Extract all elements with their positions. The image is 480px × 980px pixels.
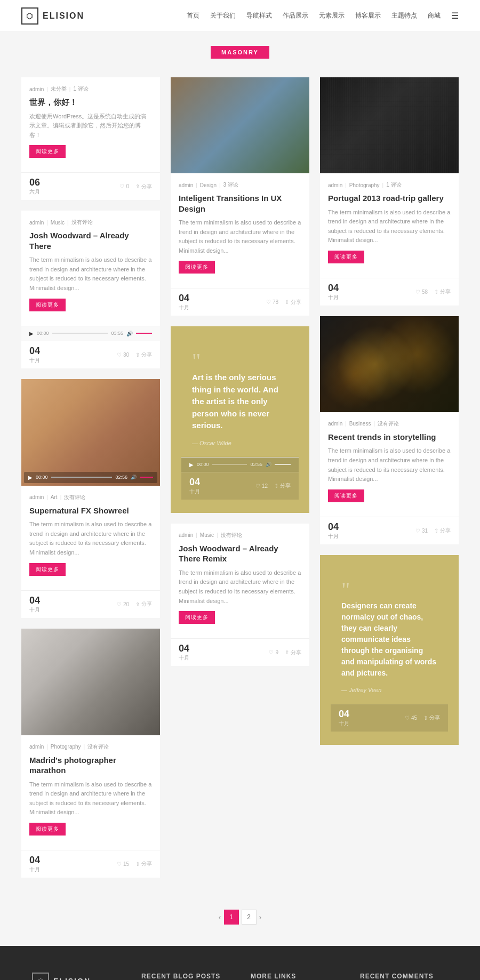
nav-blog[interactable]: 博客展示 (355, 11, 381, 20)
card-josh-remix-readmore[interactable]: 阅读更多 (179, 611, 215, 624)
card-ux-actions: ♡ 78 ⇧ 分享 (266, 299, 301, 306)
nav-features[interactable]: 主题特点 (391, 11, 417, 20)
quote-author-jeffrey: — Jeffrey Veen (341, 687, 437, 693)
card-portugal-image (320, 77, 459, 173)
card-portugal-title: Portugal 2013 road-trip gallery (328, 193, 451, 204)
card-ux-title: Inteligent Transitions In UX Design (179, 193, 301, 214)
nav-about[interactable]: 关于我们 (210, 11, 236, 20)
card-josh-readmore[interactable]: 阅读更多 (29, 299, 66, 311)
card-portugal-actions: ♡ 58 ⇧ 分享 (415, 288, 451, 295)
card-josh-remix-text: The term minimalism is also used to desc… (179, 568, 301, 606)
card-hello-world-inner: admin | 未分类 | 1 评论 世界，你好！ 欢迎使用WordPress。… (21, 77, 160, 172)
card-ux-image (171, 77, 309, 173)
card-marathon-inner: admin | Photography | 没有评论 Madrid's phot… (21, 735, 160, 850)
footer-recent-comments: RECENT COMMENTS WordPress先生发表在《世界，你好！》 S… (360, 973, 448, 980)
hamburger-icon[interactable]: ☰ (451, 11, 459, 21)
card-quote-jeffrey: " Designers can create normalcy out of c… (320, 555, 459, 745)
nav-shop[interactable]: 商城 (428, 11, 441, 20)
card-ux-meta: admin | Design | 3 评论 (179, 181, 301, 189)
card-marathon-footer: 04 十月 ♡ 15 ⇧ 分享 (21, 850, 160, 878)
audio-progress-quote[interactable] (212, 464, 247, 465)
card-josh-inner: admin | Music | 没有评论 Josh Woodward – Alr… (21, 211, 160, 325)
card-quote-jeffrey-date: 04 十月 (339, 709, 349, 727)
card-quote-jeffrey-footer: 04 十月 ♡ 45 ⇧ 分享 (331, 704, 448, 732)
card-supernatural-image: ▶ 00:00 02:56 🔊 (21, 379, 160, 486)
card-portugal-footer: 04 十月 ♡ 58 ⇧ 分享 (320, 278, 459, 306)
nav-home[interactable]: 首页 (187, 11, 199, 20)
prev-page-button[interactable]: ‹ (219, 913, 221, 921)
progress-supernatural[interactable] (51, 477, 113, 478)
audio-time-current-1: 00:00 (37, 331, 49, 336)
card-portugal-date: 04 十月 (328, 283, 339, 301)
audio-time-total-1: 03:55 (111, 331, 123, 336)
page-1-button[interactable]: 1 (224, 910, 239, 925)
masonry-tag: MASONRY (211, 46, 269, 59)
card-hello-world-date: 06 六月 (29, 177, 40, 196)
card-hello-world-readmore[interactable]: 阅读更多 (29, 145, 66, 158)
card-josh-footer: 04 十月 ♡ 30 ⇧ 分享 (21, 341, 160, 368)
play-btn-supernatural[interactable]: ▶ (28, 475, 33, 480)
card-supernatural-meta: admin | Art | 没有评论 (29, 494, 152, 501)
volume-quote: 🔊 (266, 462, 271, 467)
volume-icon-1: 🔊 (126, 331, 133, 336)
nav-portfolio[interactable]: 作品展示 (283, 11, 308, 20)
nav-elements[interactable]: 元素展示 (319, 11, 345, 20)
card-storytelling-text: The term minimalism is also used to desc… (328, 446, 451, 484)
card-ux-text: The term minimalism is also used to desc… (179, 218, 301, 255)
card-josh-actions: ♡ 30 ⇧ 分享 (117, 351, 152, 358)
next-page-button[interactable]: › (259, 913, 262, 921)
card-storytelling-actions: ♡ 31 ⇧ 分享 (415, 527, 451, 534)
section-tag-container: MASONRY (0, 32, 480, 67)
card-supernatural-readmore[interactable]: 阅读更多 (29, 563, 66, 576)
footer-recent-posts: RECENT BLOG POSTS 世界，你好！ 2015年10月5日 Inte… (141, 973, 229, 980)
audio-player-quote: ▶ 00:00 03:55 🔊 (181, 457, 299, 472)
card-ux-readmore[interactable]: 阅读更多 (179, 261, 215, 274)
volume-supernatural: 🔊 (131, 475, 137, 480)
card-josh-remix-footer: 04 十月 ♡ 9 ⇧ 分享 (171, 638, 309, 666)
audio-progress-1[interactable] (52, 333, 108, 334)
nav-nav-style[interactable]: 导航样式 (246, 11, 272, 20)
card-marathon-meta: admin | Photography | 没有评论 (29, 743, 152, 751)
card-josh-already-there: admin | Music | 没有评论 Josh Woodward – Alr… (21, 211, 160, 368)
card-quote-oscar-date: 04 十月 (189, 477, 200, 495)
card-marathon-image (21, 629, 160, 735)
page-2-button[interactable]: 2 (242, 910, 257, 925)
card-marathon-readmore[interactable]: 阅读更多 (29, 823, 66, 836)
card-ux-date: 04 十月 (179, 293, 189, 311)
card-portugal-text: The term minimalism is also used to desc… (328, 208, 451, 245)
quote-text-oscar: Art is the only serious thing in the wor… (192, 372, 288, 432)
card-portugal-readmore[interactable]: 阅读更多 (328, 251, 364, 263)
vol-bar-supernatural[interactable] (140, 477, 153, 478)
card-supernatural-actions: ♡ 20 ⇧ 分享 (117, 600, 152, 608)
card-marathon-actions: ♡ 15 ⇧ 分享 (117, 860, 152, 867)
quote-author-oscar: — Oscar Wilde (192, 440, 288, 446)
play-button-1[interactable]: ▶ (29, 331, 34, 336)
card-hello-world-text: 欢迎使用WordPress。这是系统自动生成的演示文章。编辑或者删除它，然后开始… (29, 112, 152, 140)
card-josh-remix-inner: admin | Music | 没有评论 Josh Woodward – Alr… (171, 524, 309, 638)
footer: ⬡ ELISION Ferri reque integre mea ut, eu… (0, 946, 480, 980)
footer-logo-text: ELISION (53, 977, 91, 980)
card-josh-remix-date: 04 十月 (179, 643, 189, 662)
audio-time-total-quote: 03:55 (250, 462, 262, 467)
card-storytelling-inner: admin | Business | 没有评论 Recent trends in… (320, 412, 459, 517)
logo[interactable]: ⬡ ELISION (21, 7, 84, 25)
card-hello-world-meta: admin | 未分类 | 1 评论 (29, 85, 152, 93)
play-btn-quote[interactable]: ▶ (189, 462, 194, 468)
audio-player-1: ▶ 00:00 03:55 🔊 (21, 326, 160, 341)
footer-logo-icon: ⬡ (32, 973, 49, 980)
masonry-col-2: admin | Design | 3 评论 Inteligent Transit… (171, 77, 309, 666)
card-quote-jeffrey-content: " Designers can create normalcy out of c… (331, 568, 448, 704)
card-josh-remix-actions: ♡ 9 ⇧ 分享 (269, 649, 301, 656)
volume-bar-1[interactable] (136, 333, 152, 334)
card-portugal-inner: admin | Photography | 1 评论 Portugal 2013… (320, 173, 459, 278)
card-storytelling-footer: 04 十月 ♡ 31 ⇧ 分享 (320, 517, 459, 544)
vol-bar-quote[interactable] (275, 464, 291, 465)
card-hello-world-footer: 06 六月 ♡ 0 ⇧ 分享 (21, 172, 160, 200)
card-marathon-title: Madrid's photographer marathon (29, 755, 152, 776)
card-storytelling-readmore[interactable]: 阅读更多 (328, 489, 364, 502)
card-josh-text: The term minimalism is also used to desc… (29, 255, 152, 293)
footer-grid: ⬡ ELISION Ferri reque integre mea ut, eu… (32, 973, 448, 980)
card-supernatural-footer: 04 十月 ♡ 20 ⇧ 分享 (21, 590, 160, 618)
card-storytelling-title: Recent trends in storytelling (328, 432, 451, 443)
footer-more-links: MORE LINKS About Us Masonry Portfolio Co… (251, 973, 339, 980)
